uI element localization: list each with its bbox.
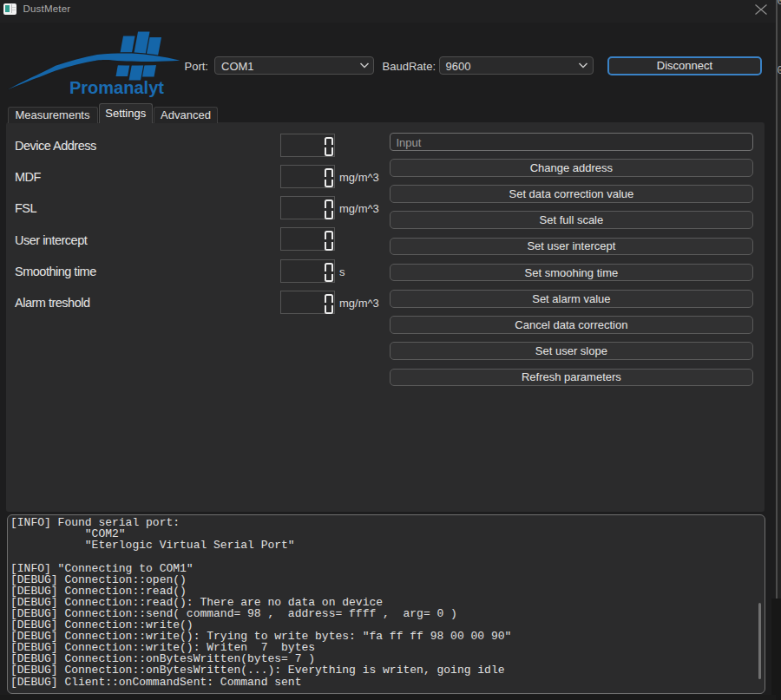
svg-text:Promanalyt: Promanalyt [69, 78, 164, 97]
